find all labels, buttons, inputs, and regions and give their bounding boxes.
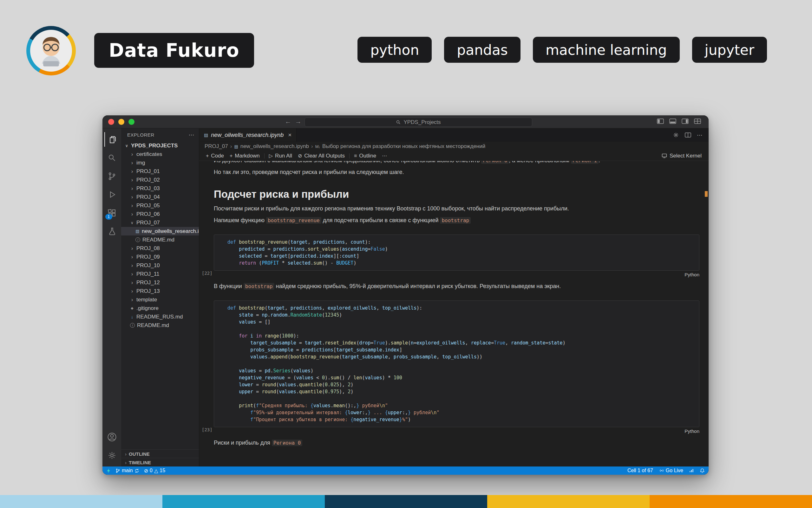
- tree-item-proj-02[interactable]: ›PROJ_02: [121, 176, 199, 184]
- notifications-button[interactable]: [700, 468, 705, 473]
- command-center-search[interactable]: YPDS_Projects: [305, 118, 532, 127]
- tree-item-proj-09[interactable]: ›PROJ_09: [121, 253, 199, 261]
- explorer-sidebar: EXPLORER ⋯ ∨YPDS_PROJECTS›certificates›i…: [121, 128, 199, 466]
- select-kernel-button[interactable]: Select Kernel: [662, 153, 702, 159]
- code-line: values = pd.Series(values): [227, 367, 694, 374]
- tag-python: python: [357, 37, 432, 63]
- outline-panel-header[interactable]: › OUTLINE: [121, 450, 199, 458]
- markdown-cell: Риски и прибыль для Региона 0: [214, 439, 699, 447]
- markdown-cell: Но так ли это, проведем подсчет риска и …: [214, 169, 699, 176]
- remote-explorer-button[interactable]: [689, 468, 694, 473]
- overview-ruler-mark: [705, 191, 708, 197]
- brand-badge: Data Fukuro: [94, 33, 254, 68]
- search-text: YPDS_Projects: [403, 119, 440, 126]
- more-actions-icon[interactable]: ⋯: [697, 132, 702, 138]
- notebook-content[interactable]: Из двухсот скважин с максимальным значен…: [199, 161, 708, 466]
- tree-item-label: PROJ_13: [137, 288, 160, 294]
- tree-item-proj-08[interactable]: ›PROJ_08: [121, 244, 199, 253]
- tree-item-readme-md[interactable]: iREADME.md: [121, 321, 199, 330]
- toolbar-more-button[interactable]: ⋯: [379, 151, 390, 161]
- minimize-window-button[interactable]: [118, 119, 124, 125]
- markdown-down-icon: ↓: [129, 314, 135, 320]
- run-all-button[interactable]: ▷ Run All: [266, 151, 295, 161]
- run-all-label: Run All: [275, 153, 292, 159]
- testing-view-button[interactable]: [105, 224, 119, 239]
- customize-layout-icon[interactable]: [694, 119, 701, 124]
- cell-indicator[interactable]: Cell 1 of 67: [627, 468, 653, 473]
- back-button[interactable]: ←: [285, 118, 291, 125]
- tree-item-proj-11[interactable]: ›PROJ_11: [121, 270, 199, 278]
- split-editor-icon[interactable]: [685, 132, 691, 138]
- cell-language[interactable]: Python: [685, 271, 699, 278]
- tree-item-proj-12[interactable]: ›PROJ_12: [121, 278, 199, 287]
- breadcrumb-project[interactable]: PROJ_07: [204, 143, 228, 150]
- add-markdown-cell-button[interactable]: + Markdown: [227, 151, 263, 161]
- markdown-cell: В функции bootstrap найдем среднюю прибы…: [214, 283, 699, 290]
- settings-button[interactable]: [105, 448, 119, 463]
- tree-item-proj-07[interactable]: ∨PROJ_07: [121, 218, 199, 227]
- status-bar: main ⊘ 0 △ 15 Cell 1 of 67 Go Live: [103, 466, 708, 475]
- close-tab-icon[interactable]: ×: [288, 131, 292, 138]
- notebook-cells: Из двухсот скважин с максимальным значен…: [214, 161, 699, 447]
- outline-button[interactable]: ≡ Outline: [351, 151, 379, 161]
- tab-notebook[interactable]: ▤ new_oilwells_research.ipynb ×: [199, 128, 297, 142]
- code-cell[interactable]: def bootstrap_revenue(target, prediction…: [214, 235, 699, 278]
- add-code-cell-button[interactable]: + Code: [203, 151, 227, 161]
- forward-button[interactable]: →: [295, 118, 301, 125]
- timeline-panel-header[interactable]: › TIMELINE: [121, 458, 199, 466]
- source-control-view-button[interactable]: [105, 169, 119, 183]
- stripe-2: [325, 495, 487, 508]
- markdown-cell-icon: M↓: [315, 144, 320, 149]
- tree-item-proj-06[interactable]: ›PROJ_06: [121, 210, 199, 218]
- broadcast-icon: [659, 468, 664, 473]
- tree-item-proj-05[interactable]: ›PROJ_05: [121, 201, 199, 210]
- tree-item-certificates[interactable]: ›certificates: [121, 150, 199, 159]
- code-editor[interactable]: def bootstrap(target, predictions, explo…: [214, 300, 699, 427]
- toolbar-divider: [264, 154, 265, 159]
- tree-item-img[interactable]: ›img: [121, 159, 199, 167]
- code-cell[interactable]: def bootstrap(target, predictions, explo…: [214, 300, 699, 435]
- tree-item-proj-13[interactable]: ›PROJ_13: [121, 287, 199, 295]
- tree-item-label: PROJ_02: [137, 177, 160, 183]
- tree-item-ypds-projects[interactable]: ∨YPDS_PROJECTS: [121, 141, 199, 150]
- chevron-right-icon: ›: [311, 143, 313, 150]
- clear-outputs-button[interactable]: ⊘ Clear All Outputs: [295, 151, 348, 161]
- explorer-view-button[interactable]: [104, 132, 120, 147]
- breadcrumb-file[interactable]: new_oilwells_research.ipynb: [240, 143, 309, 150]
- run-debug-view-button[interactable]: [105, 187, 119, 202]
- toggle-sidebar-icon[interactable]: [657, 119, 664, 124]
- tree-item-readme-rus-md[interactable]: ↓README_RUS.md: [121, 312, 199, 321]
- tree-item-proj-10[interactable]: ›PROJ_10: [121, 261, 199, 270]
- code-line: probs_subsample = predictions[target_sub…: [227, 346, 694, 353]
- toggle-secondary-sidebar-icon[interactable]: [682, 119, 689, 124]
- tree-item-proj-01[interactable]: ›PROJ_01: [121, 167, 199, 176]
- code-editor[interactable]: def bootstrap_revenue(target, prediction…: [214, 235, 699, 271]
- cell-language[interactable]: Python: [685, 427, 699, 435]
- breadcrumb-section[interactable]: Выбор региона для разработки новых нефтя…: [322, 143, 485, 150]
- tree-item--gitignore[interactable]: ◆.gitignore: [121, 304, 199, 312]
- problems-indicator[interactable]: ⊘ 0 △ 15: [144, 468, 165, 474]
- accounts-button[interactable]: [105, 430, 119, 444]
- extensions-view-button[interactable]: 1: [105, 206, 119, 220]
- tree-item-label: .gitignore: [137, 305, 159, 311]
- explorer-more-actions[interactable]: ⋯: [189, 131, 195, 138]
- tree-item-proj-03[interactable]: ›PROJ_03: [121, 184, 199, 193]
- maximize-window-button[interactable]: [128, 119, 134, 125]
- add-markdown-label: Markdown: [235, 153, 260, 159]
- file-tree: ∨YPDS_PROJECTS›certificates›img›PROJ_01›…: [121, 141, 199, 450]
- git-branch-indicator[interactable]: main: [115, 468, 139, 473]
- tree-item-readme-md[interactable]: iREADME.md: [121, 236, 199, 244]
- outline-label: Outline: [359, 153, 376, 159]
- search-view-button[interactable]: [105, 151, 119, 165]
- gear-icon[interactable]: [673, 132, 679, 138]
- close-window-button[interactable]: [108, 119, 114, 125]
- toggle-panel-icon[interactable]: [669, 119, 676, 124]
- tree-item-template[interactable]: ›template: [121, 295, 199, 304]
- tree-item-new-oilwells-research-i-[interactable]: ▤new_oilwells_research.i...: [121, 227, 199, 236]
- tree-item-proj-04[interactable]: ›PROJ_04: [121, 193, 199, 201]
- remote-indicator[interactable]: [106, 468, 111, 473]
- tree-item-label: img: [137, 160, 145, 166]
- window-body: 1 EXPLORER ⋯ ∨YPDS_PROJECTS: [103, 128, 708, 466]
- timeline-panel-label: TIMELINE: [129, 460, 151, 465]
- go-live-button[interactable]: Go Live: [659, 468, 683, 473]
